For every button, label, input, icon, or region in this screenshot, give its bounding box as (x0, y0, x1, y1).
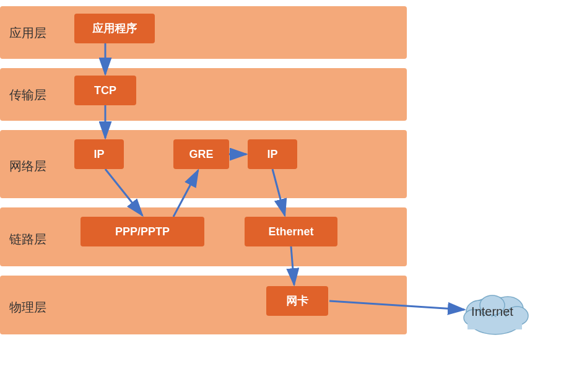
svg-rect-15 (467, 317, 522, 329)
label-app: 应用层 (9, 25, 46, 41)
proto-box-gre: GRE (173, 139, 229, 169)
layer-transport-band (0, 68, 407, 121)
proto-box-app-program: 应用程序 (74, 14, 155, 43)
proto-box-ip1: IP (74, 139, 124, 169)
layer-physical-band (0, 276, 407, 334)
proto-box-nic: 网卡 (266, 286, 328, 316)
svg-point-10 (466, 300, 494, 323)
proto-box-ethernet: Ethernet (245, 217, 337, 246)
svg-point-11 (492, 297, 523, 321)
label-link: 链路层 (9, 231, 46, 248)
svg-text:Internet: Internet (471, 305, 513, 318)
proto-box-ppp-pptp: PPP/PPTP (80, 217, 204, 246)
svg-point-9 (466, 297, 525, 334)
layer-app-band (0, 6, 407, 59)
proto-box-ip2: IP (248, 139, 297, 169)
label-network: 网络层 (9, 158, 46, 175)
proto-box-tcp: TCP (74, 76, 136, 105)
svg-point-12 (480, 295, 505, 315)
diagram-container: 应用层 传输层 网络层 链路层 物理层 (0, 0, 574, 392)
label-transport: 传输层 (9, 87, 46, 103)
svg-point-13 (506, 307, 528, 325)
label-physical: 物理层 (9, 299, 46, 316)
svg-point-14 (464, 310, 484, 326)
